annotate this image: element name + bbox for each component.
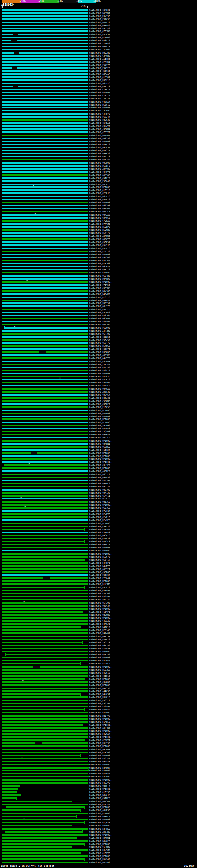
alignment-bar[interactable] — [2, 782, 88, 784]
alignment-bar[interactable] — [2, 137, 88, 139]
alignment-bar[interactable] — [2, 287, 88, 289]
alignment-bar[interactable] — [2, 437, 88, 438]
alignment-bar[interactable] — [2, 801, 72, 802]
alignment-bar[interactable] — [2, 318, 88, 319]
alignment-bar[interactable] — [2, 55, 88, 57]
alignment-bar[interactable] — [2, 89, 88, 90]
alignment-bar[interactable] — [2, 547, 88, 548]
alignment-bar[interactable] — [2, 834, 88, 836]
alignment-bar[interactable] — [2, 556, 88, 558]
alignment-bar[interactable] — [2, 862, 88, 863]
alignment-bar[interactable] — [2, 391, 88, 393]
alignment-bar[interactable] — [2, 730, 88, 732]
alignment-bar[interactable] — [2, 251, 88, 252]
alignment-bar[interactable] — [2, 165, 88, 166]
alignment-bar[interactable] — [2, 278, 88, 280]
alignment-bar[interactable] — [2, 46, 88, 48]
alignment-bar[interactable] — [2, 712, 88, 713]
alignment-bar[interactable] — [2, 498, 88, 499]
alignment-bar[interactable] — [2, 226, 88, 227]
alignment-bar[interactable] — [2, 758, 88, 759]
alignment-bar[interactable] — [2, 452, 88, 454]
alignment-bar[interactable] — [2, 235, 88, 237]
alignment-bar[interactable] — [2, 510, 88, 512]
alignment-bar[interactable] — [2, 489, 88, 491]
alignment-bar[interactable] — [2, 651, 88, 652]
alignment-bar[interactable] — [2, 171, 88, 173]
alignment-bar[interactable] — [2, 128, 88, 130]
alignment-bar[interactable] — [2, 43, 88, 44]
alignment-bar[interactable] — [2, 425, 88, 426]
alignment-bar[interactable] — [2, 257, 88, 258]
alignment-bar[interactable] — [2, 791, 17, 793]
alignment-bar[interactable] — [2, 141, 88, 142]
alignment-bar[interactable] — [2, 809, 80, 811]
alignment-bar[interactable] — [2, 58, 88, 60]
alignment-bar[interactable] — [2, 675, 88, 677]
alignment-bar[interactable] — [2, 507, 88, 509]
alignment-bar[interactable] — [2, 849, 88, 851]
alignment-bar[interactable] — [2, 559, 84, 561]
alignment-bar[interactable] — [2, 83, 88, 84]
alignment-bar[interactable] — [2, 229, 88, 230]
alignment-bar[interactable] — [2, 241, 88, 243]
alignment-bar[interactable] — [2, 232, 88, 234]
alignment-bar[interactable] — [6, 806, 85, 808]
alignment-bar[interactable] — [2, 529, 84, 530]
alignment-bar[interactable] — [2, 648, 88, 649]
alignment-bar[interactable] — [2, 684, 88, 686]
alignment-bar[interactable] — [2, 217, 88, 219]
alignment-bar[interactable] — [2, 64, 88, 66]
alignment-bar[interactable] — [2, 532, 88, 533]
alignment-bar[interactable] — [2, 709, 84, 710]
alignment-bar[interactable] — [2, 516, 88, 518]
alignment-bar[interactable] — [2, 293, 88, 295]
alignment-bar[interactable] — [2, 458, 88, 460]
alignment-bar[interactable] — [2, 440, 88, 441]
alignment-bar[interactable] — [2, 602, 88, 603]
alignment-bar[interactable] — [2, 290, 88, 292]
alignment-bar[interactable] — [2, 770, 88, 771]
alignment-bar[interactable] — [2, 394, 88, 396]
alignment-bar[interactable] — [2, 534, 88, 536]
alignment-bar[interactable] — [2, 639, 88, 640]
alignment-bar[interactable] — [2, 385, 88, 386]
alignment-bar[interactable] — [2, 122, 88, 124]
alignment-bar[interactable] — [2, 370, 88, 371]
alignment-bar[interactable] — [2, 456, 88, 457]
alignment-bar[interactable] — [2, 418, 88, 420]
alignment-bar[interactable] — [2, 195, 88, 197]
alignment-bar[interactable] — [2, 856, 88, 857]
alignment-bar[interactable] — [2, 358, 88, 359]
alignment-bar[interactable] — [2, 431, 88, 432]
alignment-bar[interactable] — [2, 590, 88, 591]
alignment-bar[interactable] — [2, 312, 88, 313]
alignment-bar[interactable] — [2, 262, 88, 264]
alignment-bar[interactable] — [2, 281, 88, 283]
alignment-bar[interactable] — [2, 681, 88, 683]
alignment-bar[interactable] — [2, 703, 88, 704]
alignment-bar[interactable] — [2, 748, 88, 750]
alignment-bar[interactable] — [2, 523, 88, 524]
alignment-bar[interactable] — [2, 192, 88, 194]
alignment-bar[interactable] — [2, 449, 88, 451]
alignment-bar[interactable] — [2, 162, 88, 163]
alignment-bar[interactable] — [2, 611, 83, 613]
alignment-bar[interactable] — [2, 186, 88, 188]
alignment-bar[interactable] — [2, 330, 88, 332]
alignment-bar[interactable] — [2, 614, 88, 616]
alignment-bar[interactable] — [2, 742, 88, 744]
alignment-bar[interactable] — [2, 260, 88, 261]
alignment-bar[interactable] — [2, 688, 88, 689]
alignment-bar[interactable] — [2, 238, 88, 240]
alignment-bar[interactable] — [2, 309, 88, 310]
alignment-bar[interactable] — [2, 761, 88, 763]
alignment-bar[interactable] — [2, 795, 21, 796]
alignment-bar[interactable] — [2, 593, 88, 594]
alignment-bar[interactable] — [2, 467, 88, 469]
alignment-bar[interactable] — [2, 134, 88, 136]
alignment-bar[interactable] — [2, 620, 88, 622]
alignment-bar[interactable] — [2, 37, 88, 38]
alignment-bar[interactable] — [2, 828, 88, 830]
alignment-bar[interactable] — [2, 584, 88, 585]
